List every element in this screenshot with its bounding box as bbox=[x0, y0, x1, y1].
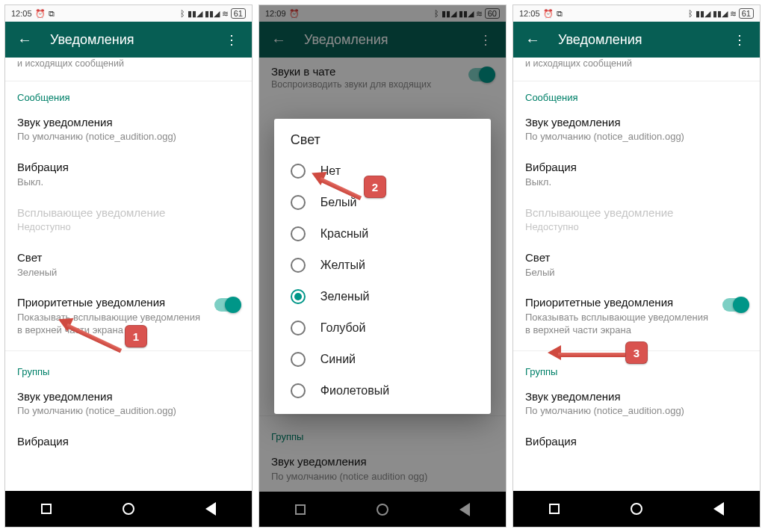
status-time: 12:05 bbox=[11, 9, 32, 18]
light-option-red[interactable]: Красный bbox=[274, 218, 491, 250]
nav-back[interactable] bbox=[455, 500, 474, 519]
page-title: Уведомления bbox=[304, 32, 461, 48]
wifi-icon: ≋ bbox=[222, 9, 229, 19]
setting-light[interactable]: Свет Белый bbox=[513, 243, 760, 288]
setting-popup: Всплывающее уведомление Недоступно bbox=[5, 198, 252, 243]
setting-group-vibration[interactable]: Вибрация bbox=[513, 427, 760, 458]
radio-icon bbox=[291, 321, 306, 335]
dialog-title: Свет bbox=[274, 132, 491, 155]
radio-icon bbox=[291, 164, 306, 179]
setting-notification-sound[interactable]: Звук уведомления По умолчанию (notice_au… bbox=[513, 108, 760, 152]
page-title: Уведомления bbox=[558, 32, 715, 48]
setting-group-sound[interactable]: Звук уведомления По умолчанию (notice_au… bbox=[513, 382, 760, 427]
screenshot-icon: ⧉ bbox=[557, 9, 563, 19]
priority-toggle[interactable] bbox=[214, 298, 240, 312]
nav-recent[interactable] bbox=[37, 499, 56, 519]
callout-badge-1: 1 bbox=[125, 325, 147, 347]
signal-icon: ▮▮◢ bbox=[188, 9, 202, 19]
callout-badge-2: 2 bbox=[364, 176, 386, 198]
nav-bar bbox=[513, 491, 760, 527]
signal-icon-2: ▮▮◢ bbox=[713, 9, 728, 19]
nav-recent[interactable] bbox=[291, 500, 310, 519]
light-option-yellow[interactable]: Желтый bbox=[274, 250, 491, 281]
status-time: 12:09 bbox=[265, 9, 286, 18]
light-option-blue[interactable]: Синий bbox=[274, 344, 491, 375]
back-icon[interactable]: ← bbox=[525, 32, 540, 47]
overflow-menu-icon[interactable]: ⋯ bbox=[479, 32, 494, 47]
phone-screen-1: 12:05 ⏰ ⧉ ᛒ ▮▮◢ ▮▮◢ ≋ 61 ← Уведомления ⋯… bbox=[4, 4, 253, 528]
nav-bar bbox=[259, 492, 506, 528]
setting-group-vibration[interactable]: Вибрация bbox=[5, 427, 252, 458]
app-bar: ← Уведомления ⋯ bbox=[259, 22, 506, 58]
wifi-icon: ≋ bbox=[476, 9, 483, 19]
settings-content: и исходящих сообщений Сообщения Звук уве… bbox=[513, 58, 760, 491]
app-bar: ← Уведомления ⋯ bbox=[5, 22, 252, 58]
battery-indicator: 60 bbox=[485, 8, 500, 19]
nav-home[interactable] bbox=[119, 499, 138, 519]
alarm-icon: ⏰ bbox=[543, 9, 554, 19]
chat-sounds-subtitle: и исходящих сообщений bbox=[513, 58, 760, 81]
overflow-menu-icon[interactable]: ⋯ bbox=[733, 32, 748, 47]
section-header-messages: Сообщения bbox=[5, 81, 252, 108]
section-header-groups: Группы bbox=[259, 421, 506, 447]
light-option-cyan[interactable]: Голубой bbox=[274, 312, 491, 344]
setting-priority[interactable]: Приоритетные уведомления Показывать вспл… bbox=[513, 288, 760, 345]
radio-icon bbox=[291, 383, 306, 398]
battery-indicator: 61 bbox=[231, 8, 246, 19]
bluetooth-icon: ᛒ bbox=[688, 9, 693, 18]
wifi-icon: ≋ bbox=[730, 9, 737, 19]
divider bbox=[259, 415, 506, 416]
radio-icon bbox=[291, 352, 306, 367]
nav-home[interactable] bbox=[373, 500, 392, 519]
nav-bar bbox=[5, 491, 252, 527]
app-bar: ← Уведомления ⋯ bbox=[513, 22, 760, 58]
callout-3: 3 bbox=[558, 341, 648, 364]
chat-sounds-subtitle: и исходящих сообщений bbox=[5, 58, 252, 81]
bluetooth-icon: ᛒ bbox=[180, 9, 185, 18]
back-icon[interactable]: ← bbox=[17, 32, 32, 47]
light-option-violet[interactable]: Фиолетовый bbox=[274, 375, 491, 406]
nav-back[interactable] bbox=[709, 499, 728, 519]
priority-toggle[interactable] bbox=[722, 298, 748, 312]
settings-content: и исходящих сообщений Сообщения Звук уве… bbox=[5, 58, 252, 491]
screenshot-icon: ⧉ bbox=[49, 9, 55, 19]
light-option-green[interactable]: Зеленый bbox=[274, 281, 491, 312]
radio-icon-checked bbox=[291, 289, 306, 304]
setting-notification-sound[interactable]: Звук уведомления По умолчанию (notice_au… bbox=[5, 108, 252, 152]
setting-vibration[interactable]: Вибрация Выкл. bbox=[5, 152, 252, 197]
radio-icon bbox=[291, 195, 306, 210]
nav-recent[interactable] bbox=[545, 499, 564, 519]
overflow-menu-icon[interactable]: ⋯ bbox=[225, 32, 240, 47]
status-bar: 12:05 ⏰ ⧉ ᛒ ▮▮◢ ▮▮◢ ≋ 61 bbox=[5, 5, 252, 22]
setting-popup: Всплывающее уведомление Недоступно bbox=[513, 198, 760, 243]
setting-group-sound[interactable]: Звук уведомления По умолчанию (notice_au… bbox=[5, 382, 252, 427]
back-icon[interactable]: ← bbox=[271, 32, 286, 47]
setting-group-sound[interactable]: Звук уведомления По умолчанию (notice au… bbox=[259, 447, 506, 492]
alarm-icon: ⏰ bbox=[289, 9, 300, 19]
status-bar: 12:09 ⏰ ᛒ ▮▮◢ ▮▮◢ ≋ 60 bbox=[259, 5, 506, 22]
nav-back[interactable] bbox=[201, 499, 220, 519]
signal-icon-2: ▮▮◢ bbox=[205, 9, 220, 19]
callout-1: 1 bbox=[65, 325, 147, 347]
light-dialog: Свет Нет Белый Красный Желтый Зеленый bbox=[274, 119, 491, 414]
bluetooth-icon: ᛒ bbox=[434, 9, 439, 18]
callout-2: 2 bbox=[319, 176, 386, 198]
signal-icon: ▮▮◢ bbox=[442, 9, 456, 19]
setting-light[interactable]: Свет Зеленый bbox=[5, 243, 252, 288]
chat-sounds-toggle[interactable] bbox=[468, 68, 494, 81]
setting-chat-sounds[interactable]: Звуки в чате Воспроизводить звуки для вх… bbox=[259, 64, 506, 97]
phone-screen-3: 12:05 ⏰ ⧉ ᛒ ▮▮◢ ▮▮◢ ≋ 61 ← Уведомления ⋯… bbox=[512, 4, 761, 528]
section-header-groups: Группы bbox=[5, 356, 252, 382]
section-header-messages: Сообщения bbox=[513, 81, 760, 108]
signal-icon-2: ▮▮◢ bbox=[459, 9, 474, 19]
page-title: Уведомления bbox=[50, 32, 207, 48]
signal-icon: ▮▮◢ bbox=[696, 9, 710, 19]
divider bbox=[5, 350, 252, 351]
alarm-icon: ⏰ bbox=[35, 9, 46, 19]
battery-indicator: 61 bbox=[739, 8, 754, 19]
nav-home[interactable] bbox=[627, 499, 646, 519]
setting-vibration[interactable]: Вибрация Выкл. bbox=[513, 152, 760, 197]
callout-badge-3: 3 bbox=[625, 341, 648, 364]
radio-icon bbox=[291, 258, 306, 273]
phone-screen-2: 12:09 ⏰ ᛒ ▮▮◢ ▮▮◢ ≋ 60 ← Уведомления ⋯ З… bbox=[258, 4, 507, 528]
